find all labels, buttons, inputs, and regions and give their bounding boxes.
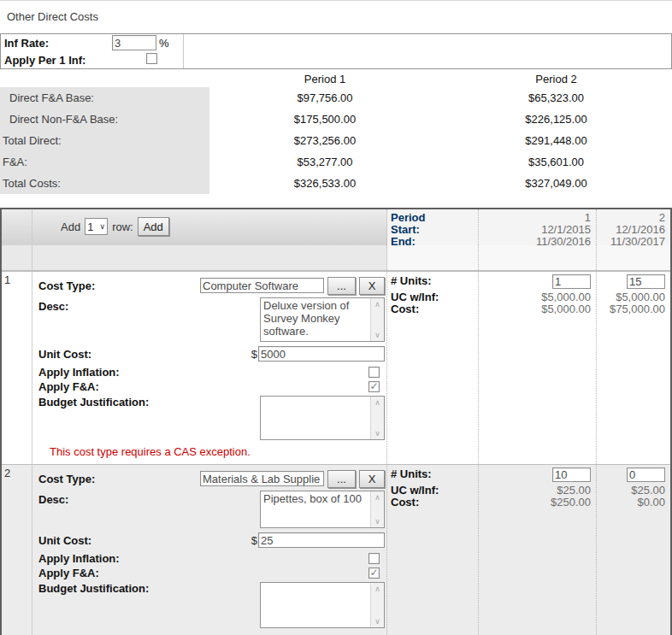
summary-row-label: Total Direct: <box>0 130 209 151</box>
cas-exception-warning: This cost type requires a CAS exception. <box>50 445 386 459</box>
summary-row-direct-non-fa-base: Direct Non-F&A Base: $175,500.00 $226,12… <box>0 109 672 130</box>
start-label: Start: <box>391 224 478 236</box>
header-rownum-cell <box>2 209 32 245</box>
apply-fa-checkbox[interactable]: ✓ <box>368 381 380 392</box>
row-1-fields: Cost Type: ... X Desc: Deluxe version of… <box>32 272 387 464</box>
scroll-up-icon[interactable]: ∧ <box>374 300 380 309</box>
budget-justification-label: Budget Justification: <box>38 582 260 595</box>
inf-rate-label: Inf Rate: <box>1 37 112 50</box>
line-items-header: Add 1 ∨ row: Add Period Start: End: 1 12… <box>2 209 670 245</box>
scroll-up-icon[interactable]: ∧ <box>374 398 380 407</box>
scroll-down-icon[interactable]: ∨ <box>374 617 380 626</box>
units-input-p1[interactable] <box>552 274 591 289</box>
row-2-period-2-values: $25.00 $0.00 <box>597 465 670 635</box>
desc-textarea[interactable]: Pipettes, box of 100 ∧ ∨ <box>260 491 385 528</box>
summary-value-p1: $326,533.00 <box>209 177 440 190</box>
add-row-count-value: 1 <box>87 220 93 233</box>
desc-text: Deluxe version of Survey Monkey software… <box>261 298 370 341</box>
scroll-down-icon[interactable]: ∨ <box>374 429 380 438</box>
units-input-p2[interactable] <box>627 274 665 289</box>
row-number: 2 <box>2 465 32 635</box>
period-1-number: 1 <box>479 212 596 224</box>
cost-label: Cost: <box>391 303 478 315</box>
inf-rate-input[interactable] <box>112 35 156 50</box>
summary-row-label: Total Costs: <box>0 173 209 194</box>
top-divider <box>0 0 672 1</box>
row-number: 1 <box>2 272 32 464</box>
units-input-p2[interactable] <box>627 467 665 482</box>
unit-cost-label: Unit Cost: <box>38 348 251 361</box>
inflation-settings-panel: Inf Rate: % Apply Per 1 Inf: <box>0 33 672 69</box>
cost-type-lookup-button[interactable]: ... <box>327 470 356 488</box>
apply-inflation-checkbox[interactable] <box>368 553 380 564</box>
summary-row-total-direct: Total Direct: $273,256.00 $291,448.00 <box>0 130 672 151</box>
textarea-scrollbar[interactable]: ∧ ∨ <box>370 397 384 439</box>
cost-type-clear-button[interactable]: X <box>359 470 385 488</box>
budget-summary-table: Period 1 Period 2 Direct F&A Base: $97,7… <box>0 70 672 194</box>
add-row-count-select[interactable]: 1 ∨ <box>85 218 108 235</box>
desc-text: Pipettes, box of 100 <box>261 491 370 527</box>
summary-header-row: Period 1 Period 2 <box>0 70 672 87</box>
add-row-button[interactable]: Add <box>138 217 169 236</box>
summary-value-p2: $327,049.00 <box>440 177 672 190</box>
period-2-header: Period 2 <box>440 73 672 85</box>
summary-row-fa: F&A: $53,277.00 $35,601.00 <box>0 151 672 173</box>
budget-justification-textarea[interactable]: ∧ ∨ <box>260 582 385 628</box>
cost-value-p1: $5,000.00 <box>479 303 596 315</box>
apply-inflation-checkbox[interactable] <box>368 367 380 378</box>
uc-w-inf-value-p1: $5,000.00 <box>479 291 596 303</box>
summary-row-label: Direct F&A Base: <box>0 87 209 109</box>
apply-inflation-label: Apply Inflation: <box>38 366 368 379</box>
summary-value-p2: $291,448.00 <box>440 134 672 147</box>
cost-type-lookup-button[interactable]: ... <box>327 277 356 295</box>
desc-label: Desc: <box>38 297 260 313</box>
unit-cost-input[interactable] <box>258 346 385 362</box>
period-1-start: 12/1/2015 <box>479 224 596 236</box>
scroll-down-icon[interactable]: ∨ <box>374 331 380 339</box>
period-2-start: 12/1/2016 <box>597 224 670 236</box>
currency-symbol: $ <box>251 534 257 547</box>
unit-cost-label: Unit Cost: <box>38 534 251 547</box>
summary-row-direct-fa-base: Direct F&A Base: $97,756.00 $65,323.00 <box>0 87 672 109</box>
apply-per-1-inf-checkbox[interactable] <box>146 53 157 64</box>
scroll-up-icon[interactable]: ∧ <box>374 585 380 593</box>
scroll-down-icon[interactable]: ∨ <box>374 517 380 526</box>
summary-value-p1: $53,277.00 <box>209 156 440 168</box>
budget-justification-label: Budget Justification: <box>38 396 260 409</box>
summary-value-p1: $273,256.00 <box>209 134 440 147</box>
budget-justification-text <box>261 397 370 439</box>
chevron-down-icon: ∨ <box>100 222 106 231</box>
unit-cost-input[interactable] <box>258 532 385 548</box>
cost-value-p1: $250.00 <box>479 497 596 509</box>
desc-textarea[interactable]: Deluxe version of Survey Monkey software… <box>260 297 385 342</box>
uc-w-inf-value-p1: $25.00 <box>479 485 596 497</box>
cost-value-p2: $0.00 <box>597 497 670 509</box>
period-2-number: 2 <box>597 212 670 224</box>
apply-inflation-label: Apply Inflation: <box>38 552 368 565</box>
apply-per-inf-control-cell <box>112 51 184 68</box>
row-1-period-labels: # Units: UC w/Inf: Cost: <box>387 272 479 464</box>
summary-value-p1: $175,500.00 <box>209 113 440 126</box>
summary-value-p1: $97,756.00 <box>209 91 440 104</box>
budget-justification-textarea[interactable]: ∧ ∨ <box>260 396 385 440</box>
period-1-dates-cell: 1 12/1/2015 11/30/2016 <box>479 209 597 245</box>
cost-type-input[interactable] <box>200 471 324 486</box>
row-1-period-1-values: $5,000.00 $5,000.00 <box>479 272 597 464</box>
period-2-dates-cell: 2 12/1/2016 11/30/2017 <box>597 209 670 245</box>
period-label: Period <box>391 212 478 224</box>
units-label: # Units: <box>391 274 478 291</box>
scroll-up-icon[interactable]: ∧ <box>374 493 380 502</box>
apply-fa-checkbox[interactable]: ✓ <box>368 567 380 579</box>
apply-per-inf-row: Apply Per 1 Inf: <box>1 51 671 68</box>
apply-fa-label: Apply F&A: <box>38 567 368 579</box>
cost-type-clear-button[interactable]: X <box>359 277 385 295</box>
summary-row-label: Direct Non-F&A Base: <box>0 109 209 130</box>
inf-rate-row: Inf Rate: % <box>1 34 671 51</box>
page-title: Other Direct Costs <box>7 10 672 23</box>
textarea-scrollbar[interactable]: ∧ ∨ <box>370 491 384 527</box>
cost-type-input[interactable] <box>200 278 324 293</box>
textarea-scrollbar[interactable]: ∧ ∨ <box>370 583 384 627</box>
textarea-scrollbar[interactable]: ∧ ∨ <box>370 298 384 341</box>
units-input-p1[interactable] <box>552 467 591 482</box>
line-items-table: Add 1 ∨ row: Add Period Start: End: 1 12… <box>0 208 672 635</box>
